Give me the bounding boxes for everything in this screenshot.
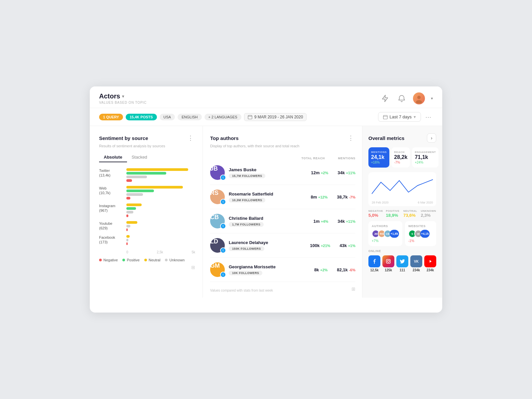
col-mentions: MENTIONS [338, 157, 355, 160]
last-days-text: Last 7 days [390, 114, 412, 119]
usa-tag[interactable]: USA [160, 114, 175, 120]
date-range-button[interactable]: Last 7 days ▾ [378, 112, 421, 122]
flash-icon[interactable] [380, 93, 390, 104]
chart-row-youtube: Youtube(629) [99, 221, 195, 231]
authors-section-change: +7% [372, 239, 399, 243]
online-twitter: 111 [396, 255, 408, 272]
instagram-icon[interactable] [382, 255, 394, 267]
bar-yellow-web [126, 186, 183, 189]
sent-positive: POSITIVE 18,9% [386, 209, 402, 218]
title-text: Actors [99, 92, 120, 100]
bars-youtube [126, 221, 195, 231]
date-filter[interactable]: 9 MAR 2019 - 26 JAN 2020 [244, 113, 307, 121]
twitter-icon[interactable] [396, 255, 408, 267]
metric-card-engagement[interactable]: ENGAGEMENT 71,1k +24% [412, 147, 439, 168]
line-chart-svg [372, 176, 433, 199]
mini-chart: 28 Feb 2020 6 Mar 2020 [368, 172, 436, 206]
author-stats-1: 8m +12% 38,7k -7% [311, 194, 355, 200]
bars-facebook [126, 235, 195, 245]
expand-button[interactable]: ⊞ [99, 265, 195, 270]
legend-positive: Positive [122, 258, 140, 262]
sentiment-header: Sentiment by source ⋮ [99, 133, 195, 143]
legend-negative: Negative [99, 258, 118, 262]
author-info-3: Laurence Delahaye 150K FOLLOWERS [229, 240, 306, 251]
bars-web [126, 186, 195, 200]
grid-icon: ⊞ [191, 265, 195, 270]
authors-title: Top authors [210, 135, 239, 141]
page-title: Actors ▾ [99, 92, 147, 100]
col-total-reach: TOTAL REACH [302, 157, 325, 160]
online-youtube: 234k [424, 255, 436, 272]
title-dropdown-icon[interactable]: ▾ [122, 94, 124, 99]
dashboard: Actors ▾ VALUES BASED ON TOPIC [90, 86, 442, 313]
legend-dot-unknown [165, 259, 168, 261]
chart-legend: Negative Positive Neutral Unknown [99, 258, 195, 262]
social-badge-1: t [220, 199, 226, 205]
authors-subtitle: Display of top authors, with their sourc… [210, 144, 355, 148]
legend-dot-positive [122, 259, 125, 261]
facebook-icon[interactable] [368, 255, 380, 267]
authors-grid-icon[interactable]: ⊞ [351, 286, 355, 292]
chart-axis: 0 2,5k 5k [99, 250, 195, 254]
english-tag[interactable]: ENGLISH [178, 114, 201, 120]
header-right: ▾ [380, 92, 433, 104]
svg-point-9 [387, 260, 389, 262]
bar-gray-web [126, 193, 143, 196]
header: Actors ▾ VALUES BASED ON TOPIC [90, 86, 442, 108]
author-row-3: LD t Laurence Delahaye 150K FOLLOWERS 10… [210, 233, 355, 258]
overall-title: Overall metrics [368, 135, 404, 141]
legend-dot-negative [99, 259, 102, 261]
author-info-1: Rosemarie Satterfield 10,3M FOLLOWERS [229, 192, 307, 202]
tab-stacked[interactable]: Stacked [127, 153, 152, 162]
author-row-1: RS t Rosemarie Satterfield 10,3M FOLLOWE… [210, 185, 355, 209]
legend-dot-neutral [144, 259, 147, 261]
vk-icon[interactable]: VK [410, 255, 422, 267]
author-row-2: CB t Christine Ballard 1,7M FOLLOWERS 1m… [210, 209, 355, 233]
header-subtitle: VALUES BASED ON TOPIC [99, 101, 147, 104]
authors-card: AUTHORS JB RS CB +1,8k +7% [368, 221, 402, 246]
metric-cards: MENTIONS 24,1k +16% REACH 28,2k -7% ENGA… [368, 147, 436, 168]
svg-rect-8 [386, 259, 390, 263]
chart-rows: Twitter(13,4k) Web(10,7k) [99, 168, 195, 245]
bar-red-twitter [126, 179, 132, 182]
avatar[interactable] [413, 92, 425, 104]
metric-card-mentions[interactable]: MENTIONS 24,1k +16% [368, 147, 389, 168]
authors-more-button[interactable]: ⋮ [346, 133, 355, 143]
more-options-button[interactable]: ⋯ [424, 112, 433, 122]
mini-chart-dates: 28 Feb 2020 6 Mar 2020 [372, 201, 433, 204]
bar-red-facebook [126, 242, 128, 245]
author-list: JB t James Buske 15,7M FOLLOWERS 12m +2%… [210, 161, 355, 282]
online-section: ONLINE 12,5k 125k [368, 249, 436, 272]
author-stats-4: 8k +2% 82,1k -6% [314, 267, 355, 272]
avatar-dropdown-icon[interactable]: ▾ [431, 96, 433, 101]
author-avatar-0: JB t [210, 165, 225, 180]
languages-tag[interactable]: + 2 LANGUAGES [204, 114, 241, 120]
overall-chevron-button[interactable]: › [427, 133, 436, 143]
svg-point-10 [389, 260, 390, 261]
source-label-twitter: Twitter(13,4k) [99, 168, 123, 178]
bar-yellow-facebook [126, 235, 130, 238]
overall-header: Overall metrics › [368, 133, 436, 143]
authors-footer: Values compared with stats from last wee… [210, 289, 273, 292]
date-dropdown-icon: ▾ [414, 114, 416, 119]
tab-absolute[interactable]: Absolute [99, 153, 127, 162]
youtube-icon[interactable] [424, 255, 436, 267]
bar-yellow-instagram [126, 203, 142, 206]
author-avatar-4: GM t [210, 262, 225, 277]
social-badge-2: t [220, 223, 226, 229]
authors-header: Top authors ⋮ [210, 133, 355, 143]
sentiment-more-button[interactable]: ⋮ [186, 133, 195, 143]
bar-yellow-twitter [126, 168, 188, 171]
bar-gray-instagram [126, 211, 133, 213]
author-avatar-3: LD t [210, 238, 225, 253]
query-tag[interactable]: 1 QUERY [99, 114, 123, 120]
author-info-2: Christine Ballard 1,7M FOLLOWERS [229, 216, 310, 227]
sentiment-breakdown: NEGATIVE 5,0% POSITIVE 18,9% NEUTRAL 73,… [368, 209, 436, 218]
bar-gray-facebook [126, 239, 128, 241]
online-facebook: 12,5k [368, 255, 380, 272]
posts-tag[interactable]: 15,4K POSTS [126, 114, 157, 120]
main-content: Sentiment by source ⋮ Results of sentime… [90, 126, 442, 298]
bar-red-web [126, 197, 130, 200]
metric-card-reach[interactable]: REACH 28,2k -7% [391, 147, 410, 168]
bell-icon[interactable] [396, 93, 407, 104]
